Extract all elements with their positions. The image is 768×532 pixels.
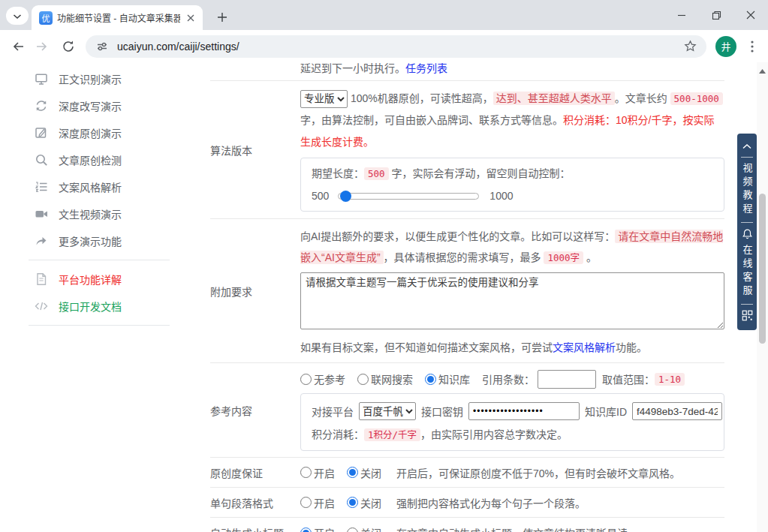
- toggle-off-option[interactable]: 关闭: [347, 495, 381, 510]
- toggle-on-option[interactable]: 开启: [300, 525, 335, 532]
- sidebar-item-text-recognition-demo[interactable]: 正文识别演示: [0, 65, 203, 92]
- reference-knowledge-base-option[interactable]: 知识库: [425, 371, 470, 386]
- tab-title: 功能细节设置 - 自动文章采集器: [57, 11, 180, 24]
- expected-length-box: 期望长度：500 字，实际会有浮动，留空则自动控制： 500 1000: [300, 158, 724, 212]
- scrollbar-thumb[interactable]: [759, 194, 766, 344]
- radio-input[interactable]: [347, 467, 358, 478]
- toggle-description: 开启后，可保证原创度不低于70%，但有时会破坏文章风格。: [396, 465, 680, 480]
- sidebar-divider: [29, 260, 170, 260]
- radio-input[interactable]: [300, 497, 312, 508]
- qr-code-icon: [742, 310, 753, 323]
- style-analysis-link[interactable]: 文案风格解析: [553, 341, 616, 353]
- settings-form: 延迟到下一小时执行。任务列表 算法版本 专业版 100%机器原创，可读性超高，达…: [210, 62, 724, 532]
- url-text[interactable]: ucaiyun.com/caiji/settings/: [117, 41, 681, 53]
- toggle-off-option[interactable]: 关闭: [347, 525, 381, 532]
- radio-input[interactable]: [347, 497, 358, 508]
- row-label: 参考内容: [210, 363, 300, 457]
- bookmark-star-icon[interactable]: [681, 38, 699, 56]
- api-key-label: 接口密钥: [421, 404, 463, 419]
- radio-input[interactable]: [357, 374, 369, 385]
- algorithm-desc-text: 字，由算法控制，可自由嵌入品牌词、联系方式等信息。: [300, 114, 563, 126]
- single-sentence-paragraph-row: 单句段落格式 开启 关闭 强制把内容格式化为每个句子一个段落。: [210, 488, 724, 518]
- profile-avatar[interactable]: 井: [715, 36, 736, 57]
- window-controls: [664, 0, 768, 30]
- kb-id-input[interactable]: [632, 402, 722, 420]
- sidebar-item-originality-check[interactable]: 文章原创检测: [0, 146, 203, 173]
- radio-input[interactable]: [300, 527, 312, 532]
- radio-input[interactable]: [300, 374, 312, 385]
- sidebar-item-api-docs[interactable]: 接口开发文档: [0, 293, 203, 320]
- refresh-icon: [35, 99, 48, 113]
- citation-count-input[interactable]: [538, 370, 596, 389]
- collapse-panel-button[interactable]: [742, 140, 751, 152]
- window-close-button[interactable]: [733, 0, 768, 30]
- sidebar: 正文识别演示 深度改写演示 深度原创演示 文章原创检测 文案风格解析: [0, 62, 203, 331]
- site-favicon: 优: [39, 11, 53, 25]
- scrollbar-up-arrow-icon[interactable]: [759, 68, 766, 74]
- share-arrow-icon: [35, 234, 48, 248]
- algorithm-desc-text: 。文章长约: [615, 92, 670, 104]
- radio-input[interactable]: [425, 374, 436, 385]
- page-scrollbar[interactable]: [757, 62, 768, 532]
- reload-button[interactable]: [56, 34, 81, 59]
- tab-search-button[interactable]: [6, 7, 29, 25]
- search-icon: [35, 153, 48, 167]
- sidebar-item-style-analysis[interactable]: 文案风格解析: [0, 173, 203, 200]
- browser-tab-bar: 优 功能细节设置 - 自动文章采集器: [0, 0, 768, 30]
- online-service-button[interactable]: 在线客服: [740, 228, 754, 299]
- back-button[interactable]: [5, 34, 30, 59]
- sidebar-item-label: 平台功能详解: [59, 272, 122, 287]
- row-label: 单句段落格式: [210, 488, 300, 517]
- sidebar-item-deep-original-demo[interactable]: 深度原创演示: [0, 119, 203, 146]
- sidebar-item-deep-rewrite-demo[interactable]: 深度改写演示: [0, 92, 203, 119]
- address-bar[interactable]: ucaiyun.com/caiji/settings/: [86, 35, 706, 58]
- video-tutorial-label: 视频教程: [740, 163, 754, 217]
- api-key-input[interactable]: [468, 402, 580, 420]
- expected-length-text: 期望长度：: [312, 167, 364, 179]
- page-content: 正文识别演示 深度改写演示 深度原创演示 文章原创检测 文案风格解析: [0, 62, 768, 532]
- tab-close-icon[interactable]: [185, 12, 197, 24]
- platform-select[interactable]: 百度千帆: [359, 402, 416, 420]
- length-slider[interactable]: [338, 193, 479, 200]
- toggle-description: 在文章中自动生成小标题，使文章结构更清晰易读。: [396, 525, 638, 532]
- radio-input[interactable]: [347, 527, 358, 532]
- expected-length-badge: 500: [364, 167, 389, 180]
- extra-requirements-textarea[interactable]: 请根据文章主题写一篇关于优采云的使用建议和分享: [300, 272, 724, 329]
- extra-intro-text: 向AI提出额外的要求，以便生成更个性化的文章。比如可以这样写：: [300, 230, 615, 242]
- radio-input[interactable]: [300, 467, 312, 478]
- video-tutorial-button[interactable]: 视频教程: [740, 163, 754, 217]
- length-slider-thumb[interactable]: [340, 191, 351, 202]
- window-minimize-button[interactable]: [664, 0, 699, 30]
- browser-menu-icon[interactable]: [741, 35, 763, 58]
- task-list-link[interactable]: 任务列表: [405, 62, 447, 74]
- toggle-on-option[interactable]: 开启: [300, 495, 335, 510]
- window-restore-button[interactable]: [699, 0, 733, 30]
- sidebar-item-more-demos[interactable]: 更多演示功能: [0, 227, 203, 254]
- new-tab-button[interactable]: [212, 8, 233, 29]
- reference-web-search-option[interactable]: 联网搜索: [357, 371, 413, 386]
- length-range-badge: 500-1000: [670, 92, 723, 105]
- ordered-list-icon: [35, 180, 48, 194]
- expected-length-text: 字，实际会有浮动，留空则自动控制：: [389, 167, 571, 179]
- slider-max-label: 1000: [489, 190, 513, 202]
- originality-guarantee-row: 原创度保证 开启 关闭 开启后，可保证原创度不低于70%，但有时会破坏文章风格。: [210, 458, 724, 488]
- sidebar-item-text-to-video-demo[interactable]: 文生视频演示: [0, 200, 203, 227]
- reference-none-option[interactable]: 无参考: [300, 371, 345, 386]
- slider-min-label: 500: [312, 190, 329, 202]
- toggle-on-option[interactable]: 开启: [300, 465, 335, 480]
- algorithm-version-select[interactable]: 专业版: [300, 90, 348, 108]
- platform-label: 对接平台: [312, 404, 354, 419]
- ref-points-text: 积分消耗：: [312, 428, 364, 440]
- sidebar-item-label: 文生视频演示: [59, 206, 122, 221]
- toggle-off-option[interactable]: 关闭: [347, 465, 381, 480]
- extra-requirements-row: 附加要求 向AI提出额外的要求，以便生成更个性化的文章。比如可以这样写：请在文章…: [210, 219, 724, 363]
- max-length-badge: 1000字: [544, 251, 583, 264]
- code-icon: [35, 299, 48, 313]
- browser-tab-active[interactable]: 优 功能细节设置 - 自动文章采集器: [32, 5, 203, 30]
- sidebar-item-platform-features[interactable]: 平台功能详解: [0, 266, 203, 293]
- extra-intro-text: 。: [583, 251, 597, 263]
- qr-code-button[interactable]: [742, 310, 753, 323]
- site-settings-icon[interactable]: [93, 38, 111, 56]
- row-label: 原创度保证: [210, 458, 300, 487]
- forward-button[interactable]: [30, 34, 56, 59]
